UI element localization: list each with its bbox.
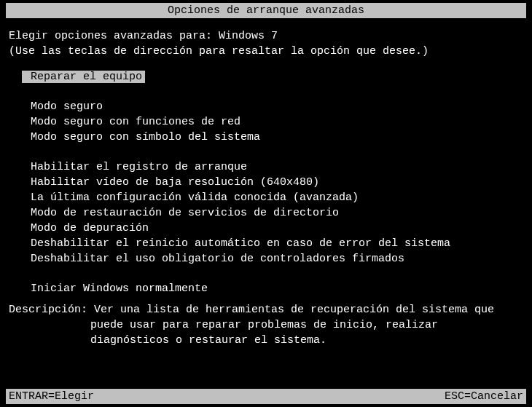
menu-item-low-res-video[interactable]: Habilitar vídeo de baja resolución (640x… (22, 176, 523, 189)
menu-item-safe-mode-command[interactable]: Modo seguro con símbolo del sistema (22, 131, 523, 143)
menu-item-label: Deshabilitar el reinicio automático en c… (31, 237, 450, 250)
menu-item-label: Modo seguro con funciones de red (31, 116, 240, 128)
prompt-line: Elegir opciones avanzadas para: Windows … (9, 30, 523, 42)
menu-item-directory-restore[interactable]: Modo de restauración de servicios de dir… (22, 207, 523, 219)
menu-item-repair[interactable]: Reparar el equipo (22, 71, 523, 86)
description-text: Ver una lista de herramientas de recuper… (94, 304, 494, 316)
menu-item-debug-mode[interactable]: Modo de depuración (22, 222, 523, 234)
instruction-line: (Use las teclas de dirección para resalt… (9, 45, 523, 58)
menu-item-label: Deshabilitar el uso obligatorio de contr… (31, 253, 404, 265)
menu-item-boot-logging[interactable]: Habilitar el registro de arranque (22, 161, 523, 173)
group-spacer (22, 146, 523, 161)
menu-item-safe-mode[interactable]: Modo seguro (22, 100, 523, 113)
prompt-prefix: Elegir opciones avanzadas para: (9, 30, 219, 42)
menu-item-label: Modo de restauración de servicios de dir… (31, 207, 339, 219)
menu-item-label: Modo seguro (31, 100, 103, 113)
menu-item-start-normally[interactable]: Iniciar Windows normalmente (22, 282, 523, 295)
menu-item-label: Modo seguro con símbolo del sistema (31, 131, 260, 143)
boot-menu: Reparar el equipo Modo seguro Modo segur… (9, 71, 523, 295)
title-bar: Opciones de arranque avanzadas (6, 3, 526, 18)
menu-item-disable-auto-restart[interactable]: Deshabilitar el reinicio automático en c… (22, 237, 523, 250)
menu-item-safe-mode-network[interactable]: Modo seguro con funciones de red (22, 116, 523, 128)
footer-enter-hint: ENTRAR=Elegir (9, 390, 94, 403)
menu-item-disable-driver-signing[interactable]: Deshabilitar el uso obligatorio de contr… (22, 253, 523, 265)
menu-item-label: Reparar el equipo (22, 71, 145, 83)
description-line2: puede usar para reparar problemas de ini… (9, 319, 523, 331)
menu-item-label: Modo de depuración (31, 222, 149, 234)
menu-item-label: La última configuración válida conocida … (31, 191, 359, 204)
menu-item-label: Habilitar el registro de arranque (31, 161, 247, 173)
description-label: Descripción: (9, 304, 94, 316)
menu-item-last-known-good[interactable]: La última configuración válida conocida … (22, 191, 523, 204)
title-text: Opciones de arranque avanzadas (168, 4, 364, 17)
menu-item-label: Iniciar Windows normalmente (31, 282, 208, 295)
os-name: Windows 7 (219, 30, 278, 42)
footer-esc-hint: ESC=Cancelar (445, 390, 523, 403)
description-line3: diagnósticos o restaurar el sistema. (9, 334, 523, 347)
content-area: Elegir opciones avanzadas para: Windows … (0, 18, 532, 295)
group-spacer (22, 86, 523, 100)
description-block: Descripción: Ver una lista de herramient… (0, 298, 532, 352)
menu-item-label: Habilitar vídeo de baja resolución (640x… (31, 176, 319, 189)
group-spacer (22, 268, 523, 282)
footer-bar: ENTRAR=Elegir ESC=Cancelar (6, 389, 526, 404)
